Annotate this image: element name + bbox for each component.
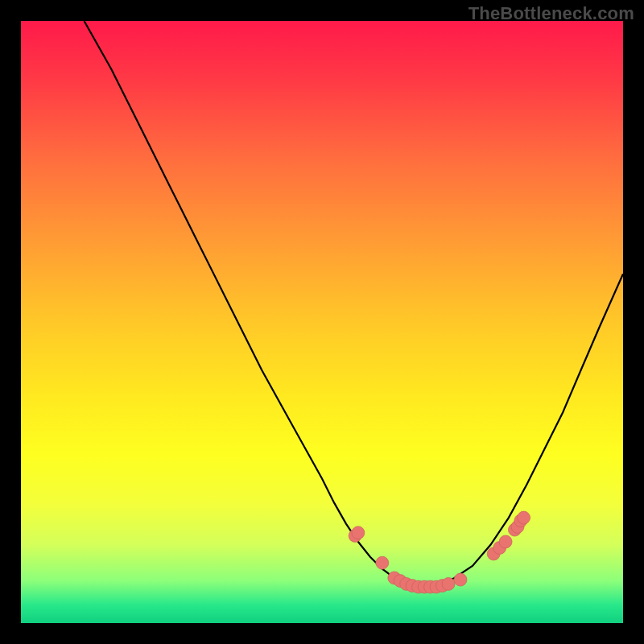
watermark-label: TheBottleneck.com: [469, 3, 634, 24]
curve-marker: [442, 577, 455, 590]
curve-line: [85, 21, 624, 587]
chart-area: [21, 21, 623, 623]
curve-marker: [499, 535, 512, 548]
curve-marker: [352, 526, 365, 539]
curve-markers: [349, 511, 530, 593]
bottleneck-curve: [21, 21, 623, 623]
curve-marker: [518, 511, 530, 524]
curve-marker: [454, 573, 467, 586]
curve-marker: [376, 556, 389, 569]
